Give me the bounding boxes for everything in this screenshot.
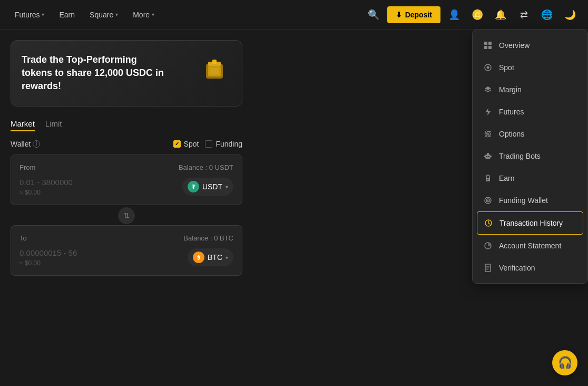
menu-item-trading-bots[interactable]: Trading Bots	[473, 145, 587, 167]
to-amount: 0.00000015 - 56	[19, 248, 77, 257]
svg-point-15	[488, 133, 491, 135]
menu-transaction-history-label: Transaction History	[499, 219, 563, 227]
svg-rect-6	[488, 42, 492, 45]
bolt-icon	[483, 107, 493, 117]
menu-item-options[interactable]: Options	[473, 123, 587, 145]
btc-icon: ₿	[193, 252, 204, 263]
wallet-checks: Spot Funding	[173, 140, 242, 148]
svg-rect-4	[210, 68, 219, 74]
doc-icon	[483, 263, 493, 273]
menu-item-spot[interactable]: Spot	[473, 56, 587, 79]
pie-icon	[483, 241, 493, 250]
to-token-label: BTC	[208, 253, 222, 262]
account-button[interactable]: 👤	[445, 5, 464, 24]
tab-limit-label: Limit	[45, 119, 62, 128]
menu-verification-label: Verification	[499, 264, 535, 272]
menu-spot-label: Spot	[499, 63, 514, 72]
swap-divider: ⇅	[11, 206, 242, 225]
from-balance: Balance : 0 USDT	[179, 163, 233, 171]
menu-item-futures[interactable]: Futures	[473, 101, 587, 123]
from-card-header: From Balance : 0 USDT	[19, 163, 233, 171]
nav-square[interactable]: Square ▾	[83, 6, 124, 23]
more-chevron-icon: ▾	[152, 12, 154, 17]
search-button[interactable]: 🔍	[364, 5, 383, 24]
tab-market[interactable]: Market	[11, 119, 35, 131]
menu-item-account-statement[interactable]: Account Statement	[473, 235, 587, 257]
menu-margin-label: Margin	[499, 85, 522, 94]
svg-rect-8	[488, 46, 492, 49]
notification-button[interactable]: 🔔	[491, 5, 510, 24]
svg-point-28	[487, 200, 488, 201]
spot-check-label: Spot	[184, 140, 199, 148]
menu-item-transaction-history[interactable]: Transaction History	[477, 211, 583, 235]
from-token-selector[interactable]: ₮ USDT ▾	[182, 178, 233, 196]
svg-rect-5	[484, 42, 487, 45]
nav-futures[interactable]: Futures ▾	[8, 6, 51, 23]
svg-rect-18	[487, 153, 489, 155]
deposit-button[interactable]: ⬇ Deposit	[387, 6, 440, 23]
tab-limit[interactable]: Limit	[45, 119, 62, 131]
square-chevron-icon: ▾	[115, 12, 118, 17]
theme-button[interactable]: 🌙	[561, 5, 580, 24]
from-amount: 0.01 - 3800000	[19, 178, 73, 187]
nav-left: Futures ▾ Earn Square ▾ More ▾	[8, 6, 161, 23]
menu-item-margin[interactable]: Margin	[473, 79, 587, 101]
menu-funding-wallet-label: Funding Wallet	[499, 196, 548, 205]
menu-item-verification[interactable]: Verification	[473, 257, 587, 279]
transfer-button[interactable]: ⇄	[514, 5, 533, 24]
futures-chevron-icon: ▾	[42, 12, 44, 17]
menu-item-funding-wallet[interactable]: Funding Wallet	[473, 189, 587, 211]
wallet-row: Wallet i Spot Funding	[11, 140, 242, 148]
layers-icon	[483, 85, 493, 94]
wallet-button[interactable]: 🪙	[468, 5, 487, 24]
from-inner: 0.01 - 3800000 ≈ $0.00 ₮ USDT ▾	[19, 178, 233, 196]
support-button[interactable]: 🎧	[552, 350, 577, 375]
promo-heading: Trade the Top-Performing tokens to share…	[22, 53, 169, 93]
wallet-info-icon[interactable]: i	[33, 140, 40, 148]
to-card: To Balance : 0 BTC 0.00000015 - 56 ≈ $0.…	[11, 225, 242, 276]
clock-icon	[484, 218, 493, 228]
nav-earn[interactable]: Earn	[53, 6, 81, 23]
nav-square-label: Square	[90, 11, 113, 19]
to-card-header: To Balance : 0 BTC	[19, 234, 233, 242]
dropdown-menu: Overview Spot Margin	[472, 30, 588, 284]
from-token-label: USDT	[202, 182, 222, 191]
spot-checkbox[interactable]	[173, 140, 181, 148]
funding-checkbox[interactable]	[205, 140, 212, 148]
wallet-label: Wallet i	[11, 140, 40, 148]
nav-earn-label: Earn	[59, 11, 75, 19]
menu-futures-label: Futures	[499, 108, 524, 116]
svg-rect-2	[212, 60, 217, 64]
from-token-chevron-icon: ▾	[226, 184, 228, 190]
swap-icon[interactable]: ⇅	[118, 207, 135, 224]
to-label: To	[19, 234, 27, 242]
from-amounts: 0.01 - 3800000 ≈ $0.00	[19, 178, 73, 196]
deposit-label: Deposit	[405, 11, 432, 19]
promo-banner[interactable]: Trade the Top-Performing tokens to share…	[11, 40, 242, 107]
svg-point-16	[486, 135, 488, 137]
svg-rect-7	[484, 46, 487, 49]
nav-more-label: More	[133, 11, 150, 19]
promo-text: Trade the Top-Performing tokens to share…	[22, 53, 169, 93]
menu-trading-bots-label: Trading Bots	[499, 152, 541, 160]
menu-earn-label: Earn	[499, 174, 515, 182]
grid-icon	[483, 41, 493, 50]
svg-point-14	[485, 131, 487, 133]
from-label: From	[19, 163, 35, 171]
svg-rect-23	[491, 156, 492, 157]
svg-rect-21	[486, 158, 489, 158]
order-tabs: Market Limit	[11, 119, 242, 131]
funding-check[interactable]: Funding	[205, 140, 242, 148]
nav-more[interactable]: More ▾	[126, 6, 161, 23]
to-token-selector[interactable]: ₿ BTC ▾	[188, 248, 233, 266]
spot-check[interactable]: Spot	[173, 140, 199, 148]
menu-item-overview[interactable]: Overview	[473, 34, 587, 56]
to-usd: ≈ $0.00	[19, 259, 77, 267]
menu-options-label: Options	[499, 130, 524, 138]
global-button[interactable]: 🌐	[537, 5, 556, 24]
support-icon: 🎧	[558, 356, 572, 370]
svg-point-25	[487, 179, 488, 180]
menu-item-earn[interactable]: Earn	[473, 167, 587, 189]
main-content: Trade the Top-Performing tokens to share…	[0, 30, 588, 386]
promo-icon	[198, 53, 231, 93]
